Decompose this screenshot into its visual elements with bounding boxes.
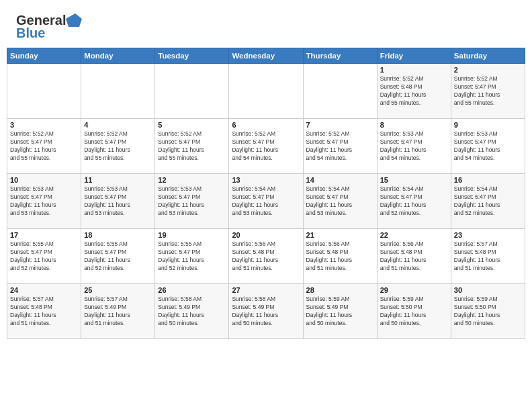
- calendar-cell: 1Sunrise: 5:52 AM Sunset: 5:48 PM Daylig…: [377, 64, 451, 119]
- calendar-week-row: 24Sunrise: 5:57 AM Sunset: 5:48 PM Dayli…: [7, 284, 525, 339]
- day-number: 9: [454, 121, 522, 129]
- calendar-cell: 5Sunrise: 5:52 AM Sunset: 5:47 PM Daylig…: [155, 119, 229, 174]
- day-number: 1: [380, 66, 448, 74]
- day-number: 25: [84, 286, 152, 294]
- day-info: Sunrise: 5:53 AM Sunset: 5:47 PM Dayligh…: [454, 130, 522, 163]
- day-info: Sunrise: 5:53 AM Sunset: 5:47 PM Dayligh…: [10, 185, 78, 218]
- day-info: Sunrise: 5:52 AM Sunset: 5:48 PM Dayligh…: [380, 75, 448, 107]
- day-info: Sunrise: 5:52 AM Sunset: 5:47 PM Dayligh…: [306, 130, 374, 163]
- day-info: Sunrise: 5:59 AM Sunset: 5:50 PM Dayligh…: [380, 295, 448, 328]
- calendar-cell: 24Sunrise: 5:57 AM Sunset: 5:48 PM Dayli…: [7, 284, 81, 339]
- day-info: Sunrise: 5:52 AM Sunset: 5:47 PM Dayligh…: [454, 75, 522, 107]
- calendar-cell: [7, 64, 81, 119]
- day-number: 27: [232, 286, 300, 294]
- weekday-header-friday: Friday: [377, 48, 451, 64]
- day-number: 17: [10, 231, 78, 239]
- day-number: 11: [84, 176, 152, 184]
- logo-icon: [66, 12, 82, 28]
- day-number: 21: [306, 231, 374, 239]
- day-number: 22: [380, 231, 448, 239]
- day-number: 28: [306, 286, 374, 294]
- day-info: Sunrise: 5:55 AM Sunset: 5:47 PM Dayligh…: [84, 240, 152, 273]
- calendar-cell: [229, 64, 303, 119]
- weekday-header-row: SundayMondayTuesdayWednesdayThursdayFrid…: [7, 48, 525, 64]
- calendar-cell: 8Sunrise: 5:53 AM Sunset: 5:47 PM Daylig…: [377, 119, 451, 174]
- calendar-cell: 19Sunrise: 5:55 AM Sunset: 5:47 PM Dayli…: [155, 229, 229, 284]
- weekday-header-tuesday: Tuesday: [155, 48, 229, 64]
- day-number: 2: [454, 66, 522, 74]
- calendar-week-row: 10Sunrise: 5:53 AM Sunset: 5:47 PM Dayli…: [7, 174, 525, 229]
- day-number: 23: [454, 231, 522, 239]
- day-number: 10: [10, 176, 78, 184]
- calendar-week-row: 1Sunrise: 5:52 AM Sunset: 5:48 PM Daylig…: [7, 64, 525, 119]
- day-number: 8: [380, 121, 448, 129]
- day-info: Sunrise: 5:56 AM Sunset: 5:48 PM Dayligh…: [232, 240, 300, 273]
- calendar-cell: 2Sunrise: 5:52 AM Sunset: 5:47 PM Daylig…: [451, 64, 525, 119]
- day-number: 24: [10, 286, 78, 294]
- calendar-cell: 10Sunrise: 5:53 AM Sunset: 5:47 PM Dayli…: [7, 174, 81, 229]
- calendar-table: SundayMondayTuesdayWednesdayThursdayFrid…: [7, 48, 525, 339]
- calendar-cell: 11Sunrise: 5:53 AM Sunset: 5:47 PM Dayli…: [81, 174, 155, 229]
- day-number: 13: [232, 176, 300, 184]
- header: GeneralBlue: [0, 0, 532, 48]
- calendar-cell: 7Sunrise: 5:52 AM Sunset: 5:47 PM Daylig…: [303, 119, 377, 174]
- calendar-cell: 27Sunrise: 5:58 AM Sunset: 5:49 PM Dayli…: [229, 284, 303, 339]
- day-info: Sunrise: 5:58 AM Sunset: 5:49 PM Dayligh…: [232, 295, 300, 328]
- day-number: 19: [158, 231, 226, 239]
- day-info: Sunrise: 5:59 AM Sunset: 5:49 PM Dayligh…: [306, 295, 374, 328]
- day-number: 7: [306, 121, 374, 129]
- day-number: 20: [232, 231, 300, 239]
- day-info: Sunrise: 5:58 AM Sunset: 5:49 PM Dayligh…: [158, 295, 226, 328]
- day-info: Sunrise: 5:57 AM Sunset: 5:48 PM Dayligh…: [454, 240, 522, 273]
- weekday-header-monday: Monday: [81, 48, 155, 64]
- calendar-cell: 28Sunrise: 5:59 AM Sunset: 5:49 PM Dayli…: [303, 284, 377, 339]
- logo: GeneralBlue: [16, 12, 82, 41]
- weekday-header-wednesday: Wednesday: [229, 48, 303, 64]
- day-number: 18: [84, 231, 152, 239]
- weekday-header-thursday: Thursday: [303, 48, 377, 64]
- calendar-cell: 29Sunrise: 5:59 AM Sunset: 5:50 PM Dayli…: [377, 284, 451, 339]
- day-info: Sunrise: 5:52 AM Sunset: 5:47 PM Dayligh…: [84, 130, 152, 163]
- weekday-header-saturday: Saturday: [451, 48, 525, 64]
- day-info: Sunrise: 5:53 AM Sunset: 5:47 PM Dayligh…: [380, 130, 448, 163]
- calendar-cell: 22Sunrise: 5:56 AM Sunset: 5:48 PM Dayli…: [377, 229, 451, 284]
- day-info: Sunrise: 5:52 AM Sunset: 5:47 PM Dayligh…: [232, 130, 300, 163]
- weekday-header-sunday: Sunday: [7, 48, 81, 64]
- calendar-cell: [303, 64, 377, 119]
- calendar-week-row: 17Sunrise: 5:55 AM Sunset: 5:47 PM Dayli…: [7, 229, 525, 284]
- svg-marker-0: [66, 13, 82, 27]
- calendar-cell: 13Sunrise: 5:54 AM Sunset: 5:47 PM Dayli…: [229, 174, 303, 229]
- day-number: 12: [158, 176, 226, 184]
- day-number: 6: [232, 121, 300, 129]
- day-info: Sunrise: 5:52 AM Sunset: 5:47 PM Dayligh…: [158, 130, 226, 163]
- calendar-cell: 26Sunrise: 5:58 AM Sunset: 5:49 PM Dayli…: [155, 284, 229, 339]
- day-info: Sunrise: 5:57 AM Sunset: 5:48 PM Dayligh…: [10, 295, 78, 328]
- calendar-cell: 23Sunrise: 5:57 AM Sunset: 5:48 PM Dayli…: [451, 229, 525, 284]
- day-info: Sunrise: 5:54 AM Sunset: 5:47 PM Dayligh…: [454, 185, 522, 218]
- day-number: 3: [10, 121, 78, 129]
- day-number: 14: [306, 176, 374, 184]
- calendar-cell: 12Sunrise: 5:53 AM Sunset: 5:47 PM Dayli…: [155, 174, 229, 229]
- calendar-cell: 3Sunrise: 5:52 AM Sunset: 5:47 PM Daylig…: [7, 119, 81, 174]
- calendar-cell: 25Sunrise: 5:57 AM Sunset: 5:49 PM Dayli…: [81, 284, 155, 339]
- day-info: Sunrise: 5:54 AM Sunset: 5:47 PM Dayligh…: [232, 185, 300, 218]
- calendar-cell: 14Sunrise: 5:54 AM Sunset: 5:47 PM Dayli…: [303, 174, 377, 229]
- day-info: Sunrise: 5:53 AM Sunset: 5:47 PM Dayligh…: [158, 185, 226, 218]
- day-info: Sunrise: 5:56 AM Sunset: 5:48 PM Dayligh…: [380, 240, 448, 273]
- calendar-cell: 15Sunrise: 5:54 AM Sunset: 5:47 PM Dayli…: [377, 174, 451, 229]
- calendar-cell: 17Sunrise: 5:55 AM Sunset: 5:47 PM Dayli…: [7, 229, 81, 284]
- day-info: Sunrise: 5:57 AM Sunset: 5:49 PM Dayligh…: [84, 295, 152, 328]
- calendar-cell: 16Sunrise: 5:54 AM Sunset: 5:47 PM Dayli…: [451, 174, 525, 229]
- logo-blue-text: Blue: [16, 26, 45, 41]
- calendar-cell: 6Sunrise: 5:52 AM Sunset: 5:47 PM Daylig…: [229, 119, 303, 174]
- calendar-cell: 4Sunrise: 5:52 AM Sunset: 5:47 PM Daylig…: [81, 119, 155, 174]
- calendar-container: SundayMondayTuesdayWednesdayThursdayFrid…: [0, 48, 532, 411]
- day-number: 4: [84, 121, 152, 129]
- day-info: Sunrise: 5:54 AM Sunset: 5:47 PM Dayligh…: [380, 185, 448, 218]
- calendar-cell: 30Sunrise: 5:59 AM Sunset: 5:50 PM Dayli…: [451, 284, 525, 339]
- day-number: 30: [454, 286, 522, 294]
- calendar-cell: 18Sunrise: 5:55 AM Sunset: 5:47 PM Dayli…: [81, 229, 155, 284]
- page: GeneralBlue SundayMondayTuesdayWednesday…: [0, 0, 532, 411]
- day-info: Sunrise: 5:56 AM Sunset: 5:48 PM Dayligh…: [306, 240, 374, 273]
- calendar-cell: 20Sunrise: 5:56 AM Sunset: 5:48 PM Dayli…: [229, 229, 303, 284]
